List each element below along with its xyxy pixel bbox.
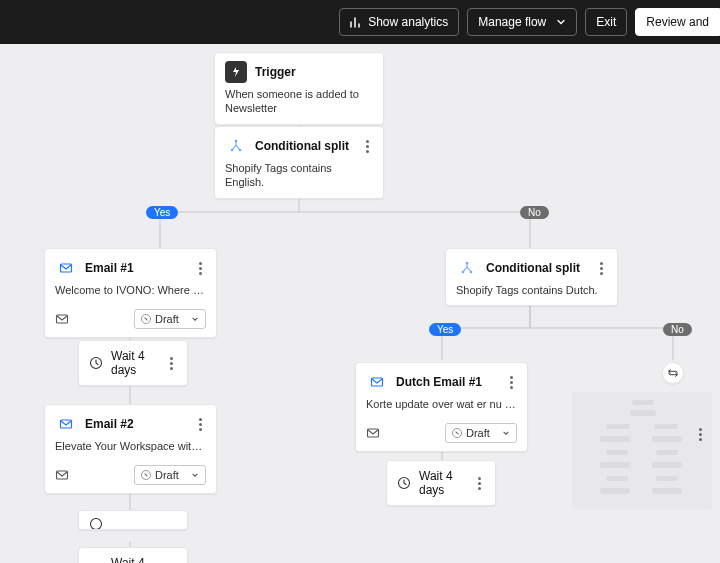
svg-point-8 bbox=[231, 149, 234, 152]
dutch-email-1-node[interactable]: Dutch Email #1 Korte update over wat er … bbox=[355, 362, 528, 452]
email-icon bbox=[55, 413, 77, 435]
draft-status-icon bbox=[141, 314, 151, 324]
partial-node[interactable] bbox=[78, 510, 188, 530]
svg-point-17 bbox=[466, 262, 469, 265]
email-1-node[interactable]: Email #1 Welcome to IVONO: Where Comfort… bbox=[44, 248, 217, 338]
wait-node-1[interactable]: Wait 4 days bbox=[78, 340, 188, 386]
wait-title: Wait 4 days bbox=[419, 469, 474, 497]
email-2-desc: Elevate Your Workspace with IVONO's Excl… bbox=[45, 439, 216, 461]
dutch-email-title: Dutch Email #1 bbox=[396, 375, 506, 389]
branch-yes-badge: Yes bbox=[146, 206, 178, 219]
manage-flow-button[interactable]: Manage flow bbox=[467, 8, 577, 36]
node-menu-button[interactable] bbox=[596, 258, 607, 279]
wait-node-3[interactable]: Wait 4 days bbox=[78, 547, 188, 563]
chevron-down-icon bbox=[556, 17, 566, 27]
node-menu-button[interactable] bbox=[474, 473, 485, 494]
svg-point-18 bbox=[462, 271, 465, 274]
exit-button[interactable]: Exit bbox=[585, 8, 627, 36]
status-label: Draft bbox=[155, 469, 179, 481]
status-label: Draft bbox=[466, 427, 490, 439]
status-dropdown[interactable]: Draft bbox=[445, 423, 517, 443]
review-label: Review and bbox=[646, 15, 709, 29]
chevron-down-icon bbox=[191, 471, 199, 479]
branch-no-badge-2: No bbox=[663, 323, 692, 336]
split-icon bbox=[225, 135, 247, 157]
branch-no-badge: No bbox=[520, 206, 549, 219]
draft-status-icon bbox=[452, 428, 462, 438]
email-1-desc: Welcome to IVONO: Where Comfort Meet... bbox=[45, 283, 216, 305]
email-small-icon bbox=[366, 426, 380, 440]
trigger-desc: When someone is added to Newsletter bbox=[215, 87, 383, 124]
conditional-split-node-2[interactable]: Conditional split Shopify Tags contains … bbox=[445, 248, 618, 306]
email-icon bbox=[55, 257, 77, 279]
exit-label: Exit bbox=[596, 15, 616, 29]
manage-flow-label: Manage flow bbox=[478, 15, 546, 29]
node-menu-button[interactable] bbox=[195, 414, 206, 435]
node-menu-button[interactable] bbox=[506, 372, 517, 393]
status-dropdown[interactable]: Draft bbox=[134, 465, 206, 485]
branch-yes-badge-2: Yes bbox=[429, 323, 461, 336]
email-2-title: Email #2 bbox=[85, 417, 195, 431]
svg-point-9 bbox=[239, 149, 242, 152]
wait-title: Wait 4 days bbox=[111, 556, 166, 563]
node-menu-button[interactable] bbox=[166, 560, 177, 564]
wait-title: Wait 4 days bbox=[111, 349, 166, 377]
email-1-title: Email #1 bbox=[85, 261, 195, 275]
trigger-node[interactable]: Trigger When someone is added to Newslet… bbox=[214, 52, 384, 125]
svg-point-7 bbox=[235, 140, 238, 143]
wait-node-2[interactable]: Wait 4 days bbox=[386, 460, 496, 506]
swap-icon bbox=[667, 367, 679, 379]
draft-status-icon bbox=[141, 470, 151, 480]
minimap-preview bbox=[572, 392, 712, 510]
svg-rect-21 bbox=[368, 429, 379, 437]
email-small-icon bbox=[55, 312, 69, 326]
email-icon bbox=[366, 371, 388, 393]
status-label: Draft bbox=[155, 313, 179, 325]
review-button[interactable]: Review and bbox=[635, 8, 720, 36]
svg-rect-11 bbox=[57, 315, 68, 323]
dutch-email-desc: Korte update over wat er nu aan komt! bbox=[356, 397, 527, 419]
top-toolbar: Show analytics Manage flow Exit Review a… bbox=[0, 0, 720, 44]
show-analytics-label: Show analytics bbox=[368, 15, 448, 29]
svg-rect-14 bbox=[57, 471, 68, 479]
split-desc: Shopify Tags contains Dutch. bbox=[446, 283, 617, 305]
split-title: Conditional split bbox=[255, 139, 362, 153]
clock-icon bbox=[89, 517, 103, 530]
minimap-menu-button[interactable] bbox=[695, 424, 706, 445]
status-dropdown[interactable]: Draft bbox=[134, 309, 206, 329]
chevron-down-icon bbox=[191, 315, 199, 323]
clock-icon bbox=[397, 476, 411, 490]
node-menu-button[interactable] bbox=[195, 258, 206, 279]
split-icon bbox=[456, 257, 478, 279]
trigger-title: Trigger bbox=[255, 65, 373, 79]
trigger-icon bbox=[225, 61, 247, 83]
split-desc: Shopify Tags contains English. bbox=[215, 161, 383, 198]
split-title: Conditional split bbox=[486, 261, 596, 275]
chevron-down-icon bbox=[502, 429, 510, 437]
node-menu-button[interactable] bbox=[166, 353, 177, 374]
svg-point-19 bbox=[470, 271, 473, 274]
email-small-icon bbox=[55, 468, 69, 482]
bar-chart-icon bbox=[350, 16, 362, 28]
branch-swap-node[interactable] bbox=[662, 362, 684, 384]
email-2-node[interactable]: Email #2 Elevate Your Workspace with IVO… bbox=[44, 404, 217, 494]
svg-point-16 bbox=[91, 519, 102, 530]
conditional-split-node-1[interactable]: Conditional split Shopify Tags contains … bbox=[214, 126, 384, 199]
node-menu-button[interactable] bbox=[362, 136, 373, 157]
show-analytics-button[interactable]: Show analytics bbox=[339, 8, 459, 36]
clock-icon bbox=[89, 356, 103, 370]
